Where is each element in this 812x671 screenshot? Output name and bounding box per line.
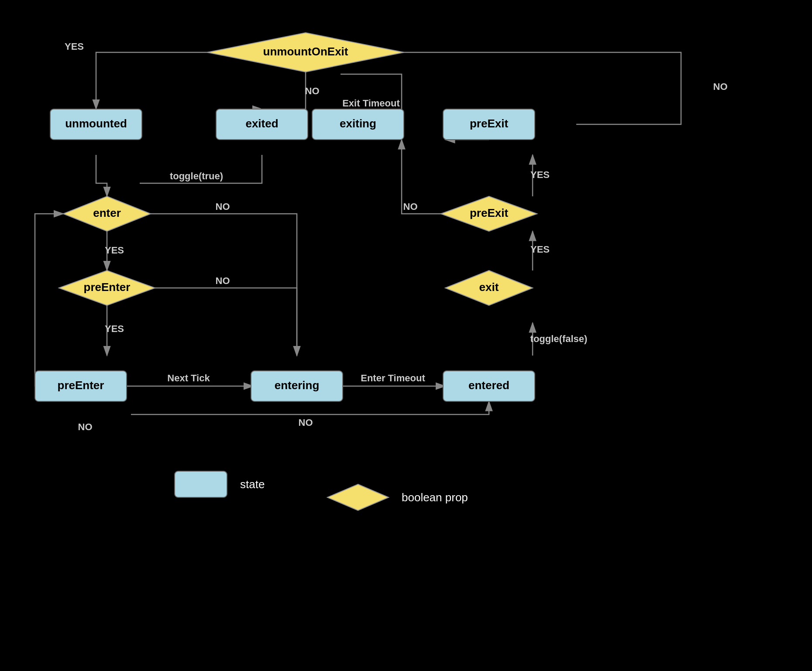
label-no-right: NO: [713, 81, 728, 92]
label-unmount-on-exit: unmountOnExit: [263, 45, 348, 58]
label-preenter-box: preEnter: [58, 379, 104, 392]
label-enter-no: NO: [216, 201, 230, 212]
label-toggle-false: toggle(false): [530, 333, 588, 344]
label-bottom-no: NO: [299, 417, 313, 428]
label-next-tick-2: Next Tick: [167, 373, 210, 383]
label-exit-no: NO: [403, 201, 418, 212]
legend-state-label: state: [240, 478, 265, 491]
arrow-loop-back: [35, 214, 81, 386]
arrow-unmounted-enter: [96, 155, 107, 196]
arrow-no-exited: [262, 70, 306, 109]
label-yes-unmounted: YES: [65, 41, 84, 52]
label-exit-timeout: Exit Timeout: [342, 98, 400, 109]
label-exit-yes: YES: [530, 244, 550, 255]
label-preenter-yes: YES: [105, 323, 124, 334]
label-entered: entered: [468, 379, 509, 392]
label-preexit-yes: YES: [530, 169, 550, 180]
label-loop-no: NO: [78, 421, 93, 432]
diagram-container: YES NO NO Next Tick Exit Timeout toggle(…: [0, 0, 812, 671]
label-preexit-box: preExit: [470, 117, 508, 130]
label-no-exited: NO: [305, 86, 320, 96]
label-preenter-dia: preEnter: [84, 281, 131, 294]
legend-boolean-label: boolean prop: [402, 491, 468, 504]
label-enter-timeout: Enter Timeout: [361, 373, 425, 383]
label-exited: exited: [245, 117, 278, 130]
label-unmounted: unmounted: [65, 117, 127, 130]
label-preenter-no: NO: [216, 275, 230, 286]
label-exiting: exiting: [340, 117, 376, 130]
label-enter-dia: enter: [93, 206, 121, 219]
arrow-yes-unmounted: [96, 52, 258, 109]
arrow-preenter-no: [155, 288, 297, 356]
arrow-bottom-no: [131, 401, 489, 414]
legend-state-box: [175, 471, 227, 497]
label-toggle-true: toggle(true): [170, 171, 223, 181]
label-exit-dia: exit: [479, 281, 499, 294]
label-entering: entering: [275, 379, 320, 392]
legend-diamond: [327, 484, 389, 510]
label-enter-yes: YES: [105, 245, 124, 256]
label-preexit-dia: preExit: [470, 206, 508, 219]
